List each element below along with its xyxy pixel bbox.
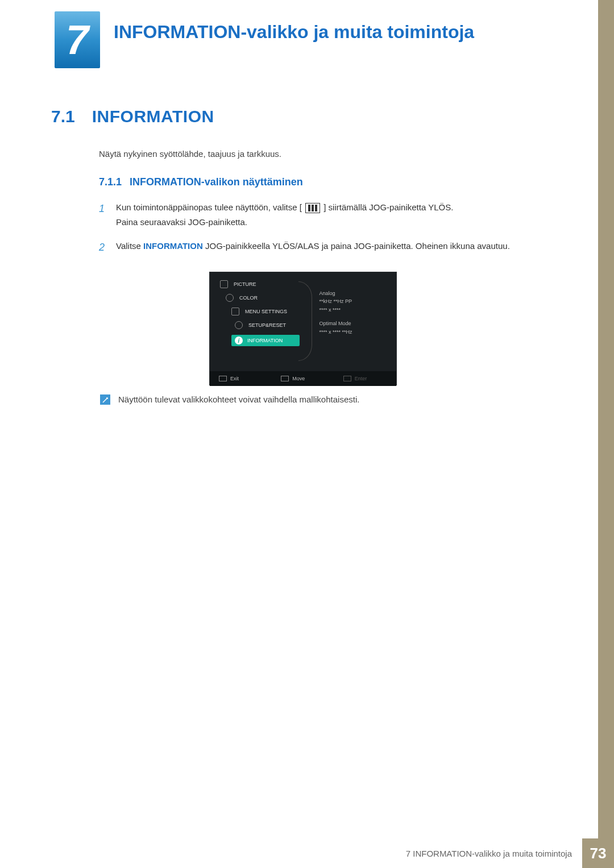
- move-key-icon: [281, 376, 289, 381]
- osd-footer: Exit Move Enter: [210, 371, 396, 386]
- note-icon: [100, 394, 110, 405]
- side-stripe: [598, 0, 614, 868]
- note-text: Näyttöön tulevat valikkokohteet voivat v…: [118, 394, 359, 404]
- section-number: 7.1: [51, 107, 75, 126]
- subsection-title: INFORMATION-valikon näyttäminen: [130, 176, 303, 188]
- step-text: Kun toimintonäppäinopas tulee näyttöön, …: [116, 200, 453, 229]
- color-icon: [226, 294, 234, 302]
- step-number: 2: [99, 239, 107, 256]
- osd-footer-move: Move: [272, 376, 334, 381]
- step-number: 1: [99, 200, 107, 229]
- step-1: 1 Kun toimintonäppäinopas tulee näyttöön…: [99, 200, 542, 229]
- osd-item-color: COLOR: [226, 294, 306, 302]
- osd-item-picture: PICTURE: [220, 280, 306, 288]
- chapter-number-badge: 7: [55, 11, 100, 68]
- information-highlight: INFORMATION: [143, 241, 203, 251]
- step-text: Valitse INFORMATION JOG-painikkeella YLÖ…: [116, 239, 510, 256]
- subsection-heading: 7.1.1 INFORMATION-valikon näyttäminen: [99, 176, 303, 188]
- menu-settings-icon: [231, 308, 239, 315]
- enter-key-icon: [343, 376, 351, 381]
- osd-footer-enter: Enter: [334, 376, 396, 381]
- menu-icon: [305, 203, 320, 213]
- note: Näyttöön tulevat valikkokohteet voivat v…: [100, 394, 359, 405]
- osd-item-information-selected: i INFORMATION: [231, 335, 300, 346]
- section-description: Näytä nykyinen syöttölähde, taajuus ja t…: [99, 149, 281, 159]
- picture-icon: [220, 280, 228, 288]
- step-2: 2 Valitse INFORMATION JOG-painikkeella Y…: [99, 239, 542, 256]
- osd-menu-illustration: PICTURE COLOR MENU SETTINGS SETUP&RESET …: [209, 272, 397, 385]
- page-number: 73: [582, 838, 614, 868]
- section-title: INFORMATION: [92, 107, 214, 126]
- osd-divider-arc: [298, 281, 312, 361]
- chapter-title: INFORMATION-valikko ja muita toimintoja: [114, 22, 474, 43]
- osd-footer-exit: Exit: [210, 376, 272, 381]
- footer-chapter-label: 7 INFORMATION-valikko ja muita toimintoj…: [396, 838, 582, 868]
- page-footer: 7 INFORMATION-valikko ja muita toimintoj…: [0, 838, 614, 868]
- exit-key-icon: [219, 376, 227, 381]
- setup-reset-icon: [235, 321, 243, 329]
- section-heading: 7.1 INFORMATION: [51, 107, 214, 126]
- osd-left-panel: PICTURE COLOR MENU SETTINGS SETUP&RESET …: [210, 272, 312, 371]
- info-icon: i: [235, 337, 243, 344]
- osd-right-panel: Analog **kHz **Hz PP **** x **** Optimal…: [312, 272, 396, 371]
- subsection-number: 7.1.1: [99, 176, 122, 188]
- osd-item-setup-reset: SETUP&RESET: [235, 321, 306, 329]
- osd-item-menu-settings: MENU SETTINGS: [231, 308, 306, 315]
